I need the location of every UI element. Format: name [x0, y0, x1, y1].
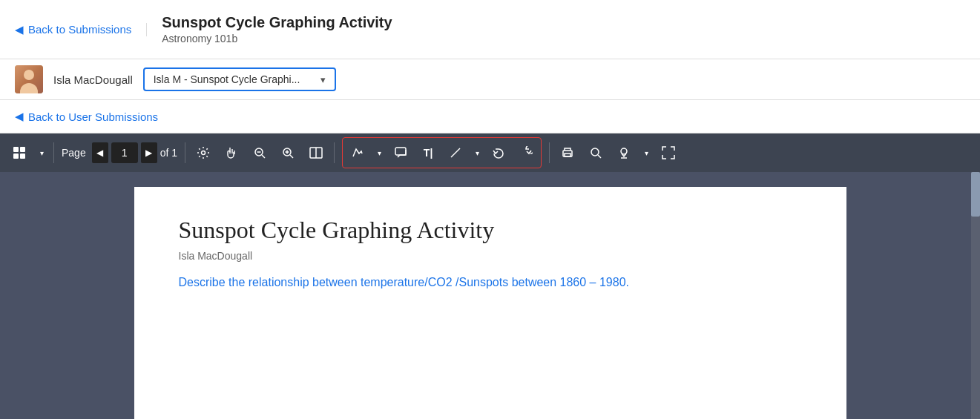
header-title-block: Sunspot Cycle Graphing Activity Astronom… — [162, 14, 392, 44]
svg-rect-1 — [20, 147, 25, 152]
page-of-label: of 1 — [160, 147, 177, 159]
toolbar-separator-1 — [53, 142, 54, 163]
download-dropdown-icon: ▾ — [645, 149, 648, 157]
pdf-document-prompt: Describe the relationship between temper… — [179, 274, 698, 291]
pdf-document-author: Isla MacDougall — [179, 250, 802, 262]
draw-dropdown-button[interactable]: ▾ — [470, 139, 484, 166]
prev-page-button[interactable]: ◀ — [92, 142, 108, 163]
draw-tool-button[interactable] — [442, 139, 469, 166]
undo-button[interactable] — [485, 139, 512, 166]
svg-point-20 — [621, 148, 627, 154]
scrollbar-thumb[interactable] — [971, 172, 980, 217]
grid-dropdown-icon: ▾ — [40, 149, 44, 157]
annotate-dropdown-icon: ▾ — [378, 149, 381, 157]
zoom-in-button[interactable] — [274, 139, 301, 166]
toolbar-separator-3 — [334, 142, 335, 163]
scrollbar[interactable] — [971, 172, 980, 419]
submission-dropdown[interactable]: Isla M - Sunspot Cycle Graphi... ▾ — [143, 67, 336, 91]
back-user-chevron-icon: ◀ — [15, 110, 24, 123]
svg-point-4 — [202, 151, 205, 155]
submission-select-text: Isla M - Sunspot Cycle Graphi... — [154, 73, 313, 85]
annotate-button[interactable] — [344, 139, 371, 166]
pdf-page: Sunspot Cycle Graphing Activity Isla Mac… — [134, 187, 846, 419]
assignment-title: Sunspot Cycle Graphing Activity — [162, 14, 392, 31]
redo-button[interactable] — [513, 139, 539, 166]
user-name: Isla MacDougall — [53, 73, 133, 86]
toolbar-separator-4 — [549, 142, 550, 163]
page-number-input[interactable] — [111, 142, 138, 163]
avatar-image — [15, 65, 43, 93]
download-dropdown-button[interactable]: ▾ — [639, 139, 654, 166]
dropdown-arrow-icon: ▾ — [320, 74, 326, 85]
svg-point-18 — [591, 148, 599, 156]
zoom-out-button[interactable] — [246, 139, 273, 166]
fullscreen-button[interactable] — [655, 139, 682, 166]
search-button[interactable] — [582, 139, 609, 166]
svg-rect-17 — [565, 154, 570, 156]
text-tool-button[interactable]: T| — [415, 139, 441, 166]
grid-view-button[interactable] — [6, 139, 33, 166]
next-page-button[interactable]: ▶ — [141, 142, 157, 163]
pdf-toolbar: ▾ Page ◀ ▶ of 1 — [0, 133, 980, 172]
back-chevron-icon: ◀ — [15, 23, 24, 36]
svg-rect-2 — [13, 154, 19, 159]
annotation-tools-group: ▾ T| ▾ — [342, 137, 542, 168]
grid-dropdown-button[interactable]: ▾ — [34, 139, 49, 166]
pdf-document-title: Sunspot Cycle Graphing Activity — [179, 217, 802, 244]
back-to-submissions-link[interactable]: ◀ Back to Submissions — [15, 23, 147, 36]
settings-button[interactable] — [190, 139, 217, 166]
back-user-submissions-bar[interactable]: ◀ Back to User Submissions — [0, 100, 980, 133]
pdf-viewer-area: Sunspot Cycle Graphing Activity Isla Mac… — [0, 172, 980, 419]
svg-line-19 — [598, 155, 601, 158]
comment-button[interactable] — [387, 139, 414, 166]
page-label: Page — [62, 147, 86, 159]
page-navigation: Page ◀ ▶ of 1 — [62, 142, 177, 163]
svg-line-15 — [451, 148, 460, 157]
svg-line-7 — [262, 155, 265, 158]
back-to-submissions-label: Back to Submissions — [28, 23, 131, 36]
svg-rect-3 — [20, 154, 25, 159]
hand-tool-button[interactable] — [218, 139, 245, 166]
svg-line-11 — [290, 155, 293, 158]
svg-rect-14 — [395, 148, 406, 155]
app-header: ◀ Back to Submissions Sunspot Cycle Grap… — [0, 0, 980, 59]
annotate-dropdown-button[interactable]: ▾ — [372, 139, 387, 166]
toolbar-separator-2 — [185, 142, 185, 163]
course-name: Astronomy 101b — [162, 33, 392, 44]
print-button[interactable] — [554, 139, 581, 166]
avatar — [15, 65, 43, 93]
download-button[interactable] — [611, 139, 637, 166]
draw-dropdown-icon: ▾ — [476, 149, 479, 157]
user-bar: Isla MacDougall Isla M - Sunspot Cycle G… — [0, 59, 980, 100]
svg-rect-0 — [13, 147, 19, 152]
text-tool-icon: T| — [424, 147, 433, 159]
back-user-submissions-label: Back to User Submissions — [28, 110, 158, 123]
split-view-button[interactable] — [303, 139, 329, 166]
